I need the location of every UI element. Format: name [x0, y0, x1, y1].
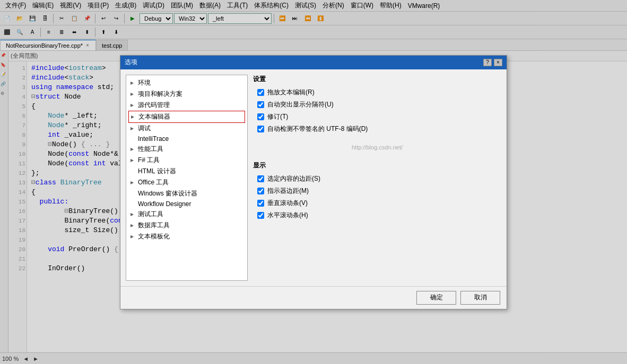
checkbox-row-4: 自动检测不带签名的 UTF-8 编码(D) — [253, 125, 501, 134]
nav-item-office[interactable]: ▶ Office 工具 — [128, 177, 245, 188]
nav-item-env[interactable]: ▶ 环境 — [128, 77, 245, 88]
checkbox-selection-margin-label: 选定内容的边距(S) — [267, 174, 320, 183]
nav-arrow-env: ▶ — [130, 81, 136, 85]
checkbox-auto-highlight-label: 自动突出显示分隔符(U) — [267, 100, 334, 109]
nav-item-perf[interactable]: ▶ 性能工具 — [128, 144, 245, 155]
nav-item-src[interactable]: ▶ 源代码管理 — [128, 100, 245, 111]
checkbox-indicator-margin-label: 指示器边距(M) — [267, 187, 309, 196]
checkbox-utf8-label: 自动检测不带签名的 UTF-8 编码(D) — [267, 125, 368, 134]
nav-arrow-src: ▶ — [130, 103, 136, 108]
nav-item-fsharp[interactable]: ▶ F# 工具 — [128, 155, 245, 166]
nav-item-texttemplate[interactable]: ▶ 文本模板化 — [128, 231, 245, 242]
nav-label-dbtools: 数据库工具 — [138, 221, 170, 230]
checkbox-auto-highlight[interactable] — [257, 101, 264, 108]
checkbox-row-1: 拖放文本编辑(R) — [253, 88, 501, 97]
checkbox-revision[interactable] — [257, 113, 264, 120]
checkbox-vscroll[interactable] — [257, 200, 264, 207]
nav-label-office: Office 工具 — [138, 178, 169, 187]
cancel-button[interactable]: 取消 — [460, 291, 500, 305]
nav-arrow-texteditor: ▶ — [131, 114, 136, 119]
nav-label-intelli: IntelliTrace — [138, 135, 169, 143]
nav-label-perf: 性能工具 — [138, 145, 163, 154]
nav-label-workflow: Workflow Designer — [138, 200, 191, 208]
nav-arrow-dbtools: ▶ — [130, 223, 136, 228]
nav-item-intelli[interactable]: ▶ IntelliTrace — [128, 134, 245, 144]
checkbox-drag-label: 拖放文本编辑(R) — [267, 88, 315, 97]
checkbox-row-5: 选定内容的边距(S) — [253, 174, 501, 183]
section1-title: 设置 — [253, 75, 501, 84]
nav-label-src: 源代码管理 — [138, 101, 170, 110]
nav-label-fsharp: F# 工具 — [138, 156, 160, 165]
checkbox-revision-label: 修订(T) — [267, 112, 288, 121]
dialog-close-btn[interactable]: × — [494, 59, 502, 66]
settings-section-1: 设置 拖放文本编辑(R) 自动突出显示分隔符(U) 修订(T) — [253, 75, 501, 134]
options-dialog: 选项 ? × ▶ 环境 ▶ 项目和解决方案 ▶ 源代 — [120, 55, 507, 309]
nav-item-html[interactable]: ▶ HTML 设计器 — [128, 166, 245, 177]
dialog-title: 选项 — [125, 58, 137, 67]
settings-panel: 设置 拖放文本编辑(R) 自动突出显示分隔符(U) 修订(T) — [253, 75, 501, 281]
watermark: http://blog.csdn.net/ — [253, 144, 501, 150]
nav-arrow-debug: ▶ — [130, 126, 136, 131]
checkbox-row-8: 水平滚动条(H) — [253, 211, 501, 220]
nav-item-proj[interactable]: ▶ 项目和解决方案 — [128, 88, 245, 100]
checkbox-utf8[interactable] — [257, 126, 264, 132]
nav-arrow-fsharp: ▶ — [130, 158, 136, 163]
checkbox-row-2: 自动突出显示分隔符(U) — [253, 100, 501, 109]
nav-label-winforms: Windows 窗体设计器 — [138, 189, 197, 198]
checkbox-selection-margin[interactable] — [257, 175, 264, 182]
dialog-body: ▶ 环境 ▶ 项目和解决方案 ▶ 源代码管理 ▶ 文本编辑器 ▶ 调试 — [120, 69, 507, 286]
nav-arrow-texttemplate: ▶ — [130, 234, 136, 239]
nav-label-html: HTML 设计器 — [138, 167, 176, 176]
checkbox-row-3: 修订(T) — [253, 112, 501, 121]
checkbox-hscroll[interactable] — [257, 212, 264, 219]
nav-item-workflow[interactable]: ▶ Workflow Designer — [128, 199, 245, 209]
nav-item-winforms[interactable]: ▶ Windows 窗体设计器 — [128, 188, 245, 199]
nav-label-env: 环境 — [138, 78, 151, 87]
nav-label-debug: 调试 — [138, 124, 151, 133]
nav-arrow-office: ▶ — [130, 180, 136, 185]
nav-label-texttemplate: 文本模板化 — [138, 232, 170, 241]
nav-arrow-proj: ▶ — [130, 92, 136, 96]
section2-title: 显示 — [253, 161, 501, 170]
settings-section-2: 显示 选定内容的边距(S) 指示器边距(M) 垂直滚动条(V) — [253, 161, 501, 220]
checkbox-drag[interactable] — [257, 89, 264, 96]
checkbox-vscroll-label: 垂直滚动条(V) — [267, 199, 308, 208]
nav-tree: ▶ 环境 ▶ 项目和解决方案 ▶ 源代码管理 ▶ 文本编辑器 ▶ 调试 — [126, 75, 248, 281]
nav-label-proj: 项目和解决方案 — [138, 90, 182, 99]
checkbox-row-6: 指示器边距(M) — [253, 187, 501, 196]
checkbox-row-7: 垂直滚动条(V) — [253, 199, 501, 208]
nav-label-testtools: 测试工具 — [138, 210, 163, 219]
checkbox-hscroll-label: 水平滚动条(H) — [267, 211, 308, 220]
nav-item-debug[interactable]: ▶ 调试 — [128, 123, 245, 134]
nav-item-dbtools[interactable]: ▶ 数据库工具 — [128, 220, 245, 231]
dialog-help-btn[interactable]: ? — [483, 59, 492, 66]
ok-button[interactable]: 确定 — [416, 291, 456, 305]
nav-label-texteditor: 文本编辑器 — [138, 112, 170, 121]
dialog-titlebar: 选项 ? × — [120, 56, 507, 69]
dialog-footer: 确定 取消 — [120, 286, 507, 309]
modal-overlay: 选项 ? × ▶ 环境 ▶ 项目和解决方案 ▶ 源代 — [0, 0, 627, 364]
nav-item-testtools[interactable]: ▶ 测试工具 — [128, 209, 245, 220]
nav-arrow-perf: ▶ — [130, 147, 136, 152]
nav-arrow-testtools: ▶ — [130, 212, 136, 217]
nav-item-texteditor[interactable]: ▶ 文本编辑器 — [128, 111, 245, 123]
checkbox-indicator-margin[interactable] — [257, 188, 264, 194]
